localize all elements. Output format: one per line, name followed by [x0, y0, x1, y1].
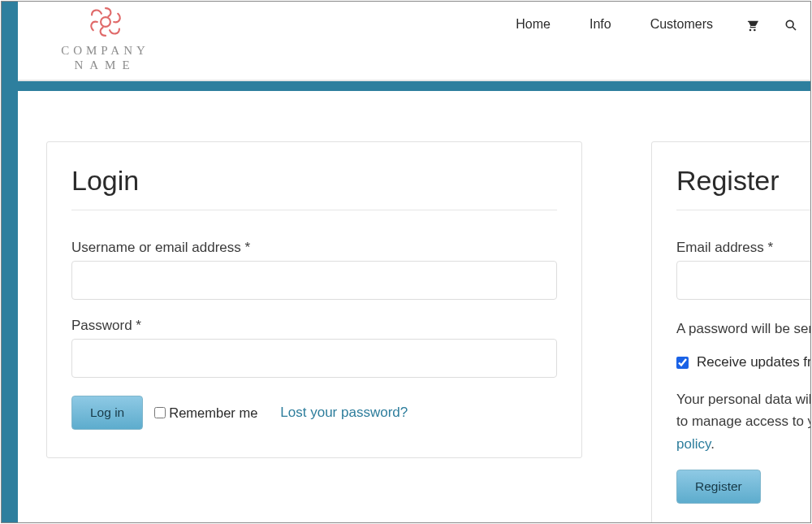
- svg-point-1: [786, 20, 793, 28]
- password-hint: A password will be sen: [676, 318, 810, 340]
- search-icon[interactable]: [771, 2, 810, 46]
- logo[interactable]: COMPANY NAME: [46, 4, 164, 72]
- password-label: Password *: [71, 318, 557, 334]
- login-panel: Login Username or email address * Passwo…: [46, 141, 582, 458]
- nav-customers[interactable]: Customers: [631, 2, 732, 46]
- lost-password-link[interactable]: Lost your password?: [280, 405, 408, 421]
- updates-label: Receive updates fro: [697, 354, 810, 370]
- privacy-text-1: Your personal data wil: [676, 388, 810, 410]
- app-frame: COMPANY NAME Home Info Customers Login U…: [1, 1, 811, 523]
- reg-email-input[interactable]: [676, 261, 810, 300]
- updates-checkbox[interactable]: [676, 357, 689, 369]
- logo-text: COMPANY NAME: [46, 43, 164, 72]
- register-button[interactable]: Register: [676, 470, 761, 504]
- cart-icon[interactable]: [732, 2, 771, 46]
- nav-home[interactable]: Home: [496, 2, 570, 46]
- register-title: Register: [676, 165, 810, 210]
- password-input[interactable]: [71, 339, 557, 378]
- remember-checkbox[interactable]: [154, 407, 166, 418]
- username-label: Username or email address *: [71, 240, 557, 256]
- privacy-text-2: to manage access to yo: [676, 410, 810, 432]
- logo-icon: [84, 4, 127, 40]
- policy-suffix: .: [710, 436, 715, 452]
- login-title: Login: [71, 165, 557, 210]
- svg-line-2: [793, 27, 796, 30]
- login-actions: Log in Remember me Lost your password?: [71, 396, 557, 430]
- register-panel: Register Email address * A password will…: [651, 141, 810, 522]
- content-area: Login Username or email address * Passwo…: [18, 91, 810, 522]
- privacy-line-3: policy.: [676, 433, 810, 455]
- logo-line1: COMPANY: [46, 43, 164, 58]
- remember-me[interactable]: Remember me: [154, 405, 257, 421]
- updates-row[interactable]: Receive updates fro: [676, 354, 810, 370]
- username-input[interactable]: [71, 261, 557, 300]
- privacy-policy-link[interactable]: policy: [676, 436, 710, 452]
- svg-point-0: [101, 17, 110, 27]
- logo-line2: NAME: [46, 58, 164, 72]
- main-nav: Home Info Customers: [496, 2, 810, 47]
- header: COMPANY NAME Home Info Customers: [18, 2, 810, 81]
- remember-label: Remember me: [169, 405, 257, 421]
- accent-bar: [18, 81, 810, 91]
- reg-email-label: Email address *: [676, 240, 810, 256]
- login-button[interactable]: Log in: [71, 396, 143, 430]
- nav-info[interactable]: Info: [570, 2, 631, 46]
- left-accent-stripe: [2, 2, 18, 522]
